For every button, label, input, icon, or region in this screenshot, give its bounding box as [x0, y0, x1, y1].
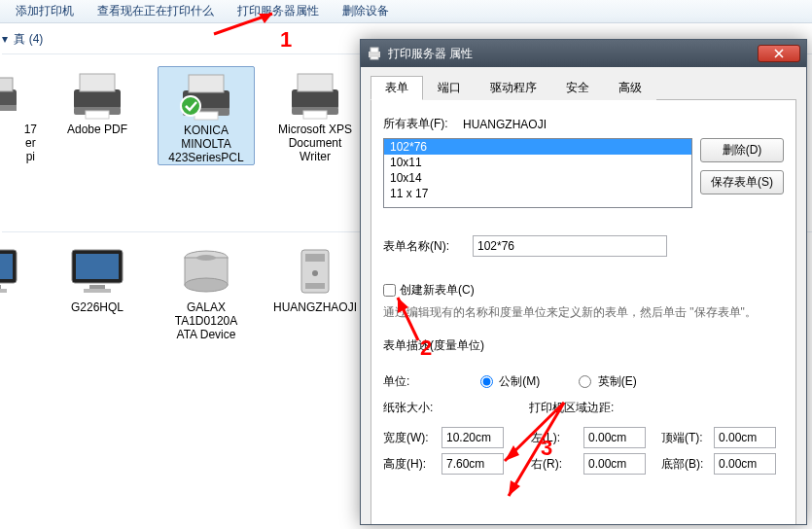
svg-rect-15: [303, 111, 327, 119]
svg-point-26: [185, 278, 228, 292]
toolbar: 添加打印机 查看现在正在打印什么 打印服务器属性 删除设备: [0, 0, 812, 23]
svg-rect-17: [0, 254, 13, 279]
width-label: 宽度(W):: [383, 430, 436, 446]
device-label: GALAX TA1D0120A ATA Device: [175, 300, 237, 341]
svg-rect-22: [89, 285, 105, 289]
unit-english-label: 英制(E): [598, 374, 637, 388]
device-label: HUANGZHAOJI: [273, 300, 357, 314]
save-form-button[interactable]: 保存表单(S): [700, 170, 784, 194]
device-item[interactable]: [6, 244, 37, 341]
device-item[interactable]: GALAX TA1D0120A ATA Device: [158, 244, 255, 341]
hint-text: 通过编辑现有的名称和度量单位来定义新的表单，然后单击 "保存表单"。: [383, 304, 784, 320]
form-name-label: 表单名称(N):: [383, 238, 473, 255]
svg-point-11: [181, 96, 200, 116]
svg-point-30: [312, 270, 318, 276]
unit-english-option[interactable]: 英制(E): [579, 373, 636, 390]
printer-icon: [175, 67, 237, 122]
printer-icon: [0, 66, 37, 121]
print-server-properties-dialog: 打印服务器 属性 表单 端口 驱动程序 安全 高级 所有表单(F): HUANG…: [360, 39, 807, 525]
dialog-titlebar[interactable]: 打印服务器 属性: [361, 40, 806, 67]
top-input[interactable]: [714, 427, 776, 448]
svg-rect-34: [371, 56, 378, 59]
toolbar-see-printing[interactable]: 查看现在正在打印什么: [86, 1, 226, 21]
close-icon: [774, 49, 784, 58]
printer-label: 17 er pi: [24, 123, 37, 163]
tab-panel-forms: 所有表单(F): HUANGZHAOJI 102*76 10x11 10x14 …: [371, 100, 796, 524]
margins-column: 左(L): 顶端(T): 右(R): 底部(B):: [531, 422, 776, 479]
toolbar-server-properties[interactable]: 打印服务器属性: [226, 1, 331, 21]
printer-label: KONICA MINOLTA 423SeriesPCL: [168, 123, 243, 164]
unit-metric-radio[interactable]: [480, 375, 493, 388]
left-input[interactable]: [583, 427, 646, 448]
tab-security[interactable]: 安全: [551, 76, 604, 100]
monitor-icon: [0, 244, 37, 299]
height-label: 高度(H):: [383, 456, 436, 473]
toolbar-remove-device[interactable]: 删除设备: [331, 1, 401, 21]
svg-point-27: [196, 255, 216, 261]
svg-rect-33: [371, 48, 378, 53]
create-new-form-label: 创建新表单(C): [400, 282, 475, 299]
collapse-icon: ▾: [2, 32, 8, 46]
svg-rect-23: [84, 289, 111, 293]
device-label: G226HQL: [71, 300, 124, 314]
printer-small-icon: [367, 46, 382, 61]
printer-item-selected[interactable]: KONICA MINOLTA 423SeriesPCL: [158, 66, 255, 165]
tab-advanced[interactable]: 高级: [604, 76, 656, 100]
unit-metric-label: 公制(M): [499, 374, 540, 388]
svg-rect-0: [0, 89, 17, 107]
tab-drivers[interactable]: 驱动程序: [476, 76, 551, 100]
svg-rect-2: [0, 105, 17, 111]
height-input[interactable]: [441, 453, 504, 475]
top-label: 顶端(T):: [661, 430, 708, 446]
right-label: 右(R):: [531, 456, 578, 473]
list-item[interactable]: 11 x 17: [384, 186, 691, 201]
svg-rect-8: [189, 75, 224, 92]
left-label: 左(L):: [531, 430, 578, 446]
list-item[interactable]: 10x14: [384, 170, 691, 186]
printer-item[interactable]: Microsoft XPS Document Writer: [266, 66, 364, 165]
create-new-form-checkbox[interactable]: [383, 284, 396, 297]
unit-metric-option[interactable]: 公制(M): [480, 373, 540, 390]
tab-forms[interactable]: 表单: [371, 76, 423, 100]
unit-label: 单位:: [383, 373, 441, 390]
list-item[interactable]: 102*76: [384, 139, 691, 155]
all-forms-value: HUANGZHAOJI: [463, 118, 547, 131]
printer-icon: [66, 66, 128, 121]
svg-rect-13: [298, 74, 333, 91]
delete-button[interactable]: 删除(D): [700, 138, 784, 162]
right-input[interactable]: [583, 453, 646, 475]
form-name-input[interactable]: [473, 235, 667, 257]
form-description-group-title: 表单描述(度量单位): [383, 337, 784, 354]
tab-ports[interactable]: 端口: [423, 76, 476, 100]
svg-rect-31: [305, 283, 325, 289]
svg-rect-19: [0, 289, 7, 293]
svg-rect-4: [80, 74, 115, 91]
device-item[interactable]: HUANGZHAOJI: [266, 244, 364, 341]
svg-rect-1: [0, 78, 13, 91]
printer-item[interactable]: 17 er pi: [6, 66, 37, 165]
forms-listbox[interactable]: 102*76 10x11 10x14 11 x 17: [383, 138, 692, 208]
bottom-input[interactable]: [714, 453, 776, 475]
close-button[interactable]: [758, 45, 800, 62]
hdd-icon: [175, 244, 237, 299]
category-title: 真: [14, 32, 25, 46]
dialog-title: 打印服务器 属性: [388, 46, 758, 62]
paper-size-column: 宽度(W): 高度(H):: [383, 422, 504, 479]
printer-label: Microsoft XPS Document Writer: [278, 123, 352, 163]
width-input[interactable]: [441, 427, 504, 448]
dialog-body: 表单 端口 驱动程序 安全 高级 所有表单(F): HUANGZHAOJI 10…: [361, 67, 806, 524]
bottom-label: 底部(B):: [661, 456, 708, 473]
all-forms-label: 所有表单(F):: [383, 116, 463, 132]
unit-english-radio[interactable]: [579, 375, 591, 388]
printer-item[interactable]: Adobe PDF: [49, 66, 146, 165]
printer-icon: [284, 66, 346, 121]
list-item[interactable]: 10x11: [384, 155, 691, 170]
printer-label: Adobe PDF: [67, 123, 127, 136]
monitor-icon: [66, 244, 128, 299]
toolbar-add-printer[interactable]: 添加打印机: [4, 1, 86, 21]
svg-rect-3: [74, 89, 121, 109]
device-item[interactable]: G226HQL: [49, 244, 146, 341]
svg-rect-21: [76, 254, 119, 279]
svg-rect-6: [86, 111, 109, 119]
margins-label: 打印机区域边距:: [529, 400, 614, 416]
